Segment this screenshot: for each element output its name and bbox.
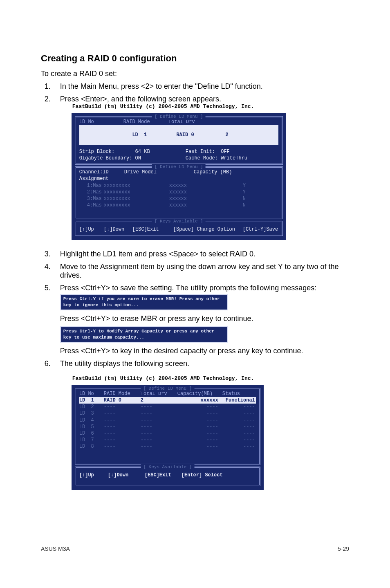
key-space: [Space] Change Option — [173, 226, 243, 233]
row1-ldno: LD 1 — [132, 132, 176, 138]
t2-key-up: [↑]Up — [79, 472, 108, 478]
drive-row: 2:Mas xxxxxxxxxxxxxxxY — [79, 189, 278, 195]
ld-row: LD 4---------------- — [79, 417, 256, 424]
term2-title: FastBuild (tm) Utility (c) 2004-2005 AMD… — [72, 375, 264, 382]
ld-row: LD 3---------------- — [79, 410, 256, 417]
step-3: Highlight the LD1 item and press <Space>… — [53, 250, 349, 258]
hdr2-chid: Channel:ID — [79, 169, 124, 175]
step-5-text: Press <Ctrl+Y> to save the setting. The … — [60, 284, 316, 292]
t2-hdr-status: Status — [222, 391, 240, 397]
terminal-screenshot-2: FastBuild (tm) Utility (c) 2004-2005 AMD… — [60, 375, 349, 496]
t2-key-enter: [Enter] Select — [182, 472, 223, 478]
row1-totaldrv: 2 — [225, 132, 228, 138]
key-down: [↓]Down — [104, 226, 132, 233]
ld-row: LD 6---------------- — [79, 430, 256, 437]
t2-key-esc: [ESC]Exit — [145, 472, 182, 478]
section-heading: Creating a RAID 0 configuration — [41, 53, 349, 64]
step-5: Press <Ctrl+Y> to save the setting. The … — [53, 284, 349, 355]
step-6-text: The utility displays the following scree… — [60, 359, 189, 368]
step-6: The utility displays the following scree… — [53, 359, 349, 496]
term1-keys-title: [ Keys Available ] — [152, 218, 206, 224]
key-esc: [ESC]Exit — [132, 226, 173, 233]
term1-panel1-title: [ Define LD Menu ] — [152, 114, 206, 120]
step-2-text: Press <Enter>, and the following screen … — [60, 95, 221, 103]
term2-keys-title: [ Keys Available ] — [141, 464, 194, 470]
term1-title: FastBuild (tm) Utility (c) 2004-2005 AMD… — [72, 103, 287, 110]
step-1: In the Main Menu, press <2> to enter the… — [53, 82, 349, 91]
message-box-2: Press Ctrl-Y to Modify Array Capacity or… — [60, 326, 228, 343]
term2-panel-title: [ Define LD Menu ] — [141, 386, 194, 392]
ld-row: LD 7---------------- — [79, 437, 256, 443]
intro-text: To create a RAID 0 set: — [41, 70, 349, 78]
drive-row: 1:Mas xxxxxxxxxxxxxxxY — [79, 182, 278, 189]
t2-hdr-raidmode: RAID Mode — [104, 391, 141, 397]
t2-key-down: [↓]Down — [108, 472, 145, 478]
hdr2-assign: Assignment — [79, 175, 109, 182]
step-4: Move to the Assignment item by using the… — [53, 263, 349, 280]
footer-right: 5-29 — [338, 545, 349, 552]
t2-hdr-ldno: LD No — [79, 391, 104, 397]
key-ctrly: [Ctrl-Y]Save — [243, 226, 278, 233]
hdr-ldno: LD No — [79, 119, 123, 125]
message-box-1: Press Ctrl-Y if you are sure to erase MB… — [60, 294, 228, 310]
cache-mode: Cache Mode: WriteThru — [186, 155, 247, 162]
gigabyte-boundary: Gigabyte Boundary: ON — [79, 155, 186, 162]
strip-block: Strip Block: 64 KB — [79, 148, 186, 155]
term1-panel2-title: [ Define LD Menu ] — [152, 164, 206, 170]
step-5a-text: Press <Ctrl+Y> to erase MBR or press any… — [60, 314, 349, 323]
terminal-screenshot-1: FastBuild (tm) Utility (c) 2004-2005 AMD… — [60, 103, 349, 246]
ld-row: LD 5---------------- — [79, 424, 256, 430]
ld-row: LD 8---------------- — [79, 443, 256, 450]
drive-row: 4:Mas xxxxxxxxxxxxxxxN — [79, 202, 278, 209]
fast-init: Fast Init: OFF — [186, 148, 230, 155]
ld-row: LD 1RAID 02xxxxxxFunctional — [79, 397, 256, 404]
step-2: Press <Enter>, and the following screen … — [53, 95, 349, 246]
key-up: [↑]Up — [79, 226, 104, 233]
step-5b-text: Press <Ctrl+Y> to key in the desired cap… — [60, 347, 349, 355]
footer-left: ASUS M3A — [41, 545, 70, 552]
row1-raidmode: RAID 0 — [176, 132, 225, 138]
ld-row: LD 2---------------- — [79, 404, 256, 410]
drive-row: 3:Mas xxxxxxxxxxxxxxxN — [79, 195, 278, 202]
